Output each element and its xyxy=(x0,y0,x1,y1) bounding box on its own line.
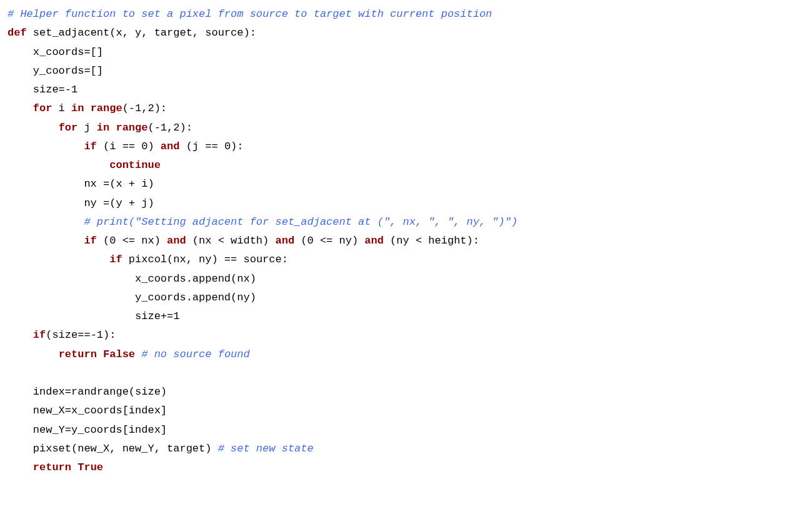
keyword-in: in xyxy=(71,102,84,114)
code-line: return True xyxy=(8,461,103,473)
code-line: if (0 <= nx) and (nx < width) and (0 <= … xyxy=(8,235,479,247)
code-line: for j in range(-1,2): xyxy=(8,122,192,134)
code-line: for i in range(-1,2): xyxy=(8,102,167,114)
code-line: index=randrange(size) xyxy=(8,386,167,398)
keyword-for: for xyxy=(33,102,52,114)
code-line: if pixcol(nx, ny) == source: xyxy=(8,254,288,265)
code-line: y_coords.append(ny) xyxy=(8,292,256,303)
code-line: # Helper function to set a pixel from so… xyxy=(8,8,492,20)
code-line xyxy=(8,367,14,379)
keyword-if: if xyxy=(84,235,96,247)
keyword-in: in xyxy=(97,122,109,134)
comment: # set new state xyxy=(218,443,314,455)
code-line: # print("Setting adjacent for set_adjace… xyxy=(8,216,518,228)
keyword-and: and xyxy=(275,235,294,247)
keyword-if: if xyxy=(109,254,122,265)
keyword-for: for xyxy=(59,122,78,134)
code-line: new_X=x_coords[index] xyxy=(8,405,167,416)
builtin-range: range xyxy=(116,122,148,134)
code-line: size+=1 xyxy=(8,310,179,322)
keyword-return: return xyxy=(59,348,97,360)
keyword-and: and xyxy=(364,235,384,247)
code-line: if (i == 0) and (j == 0): xyxy=(8,140,244,152)
code-line: ny =(y + j) xyxy=(8,197,154,209)
comment: # print("Setting adjacent for set_adjace… xyxy=(84,216,518,228)
code-line: y_coords=[] xyxy=(8,65,103,77)
builtin-range: range xyxy=(91,102,122,114)
code-line: nx =(x + i) xyxy=(8,178,154,190)
code-line: new_Y=y_coords[index] xyxy=(8,424,167,436)
keyword-continue: continue xyxy=(109,159,161,171)
keyword-def: def xyxy=(8,27,27,39)
keyword-if: if xyxy=(84,140,96,152)
const-true: True xyxy=(78,461,103,473)
comment: # Helper function to set a pixel from so… xyxy=(8,8,492,20)
keyword-return: return xyxy=(33,461,71,473)
code-line: x_coords.append(nx) xyxy=(8,273,256,285)
comment: # no source found xyxy=(141,348,249,360)
const-false: False xyxy=(103,348,135,360)
code-line: continue xyxy=(8,159,161,171)
keyword-and: and xyxy=(161,140,180,152)
code-line: pixset(new_X, new_Y, target) # set new s… xyxy=(8,443,314,455)
code-line: def set_adjacent(x, y, target, source): xyxy=(8,27,256,39)
keyword-and: and xyxy=(167,235,186,247)
code-line: x_coords=[] xyxy=(8,46,103,58)
code-block: # Helper function to set a pixel from so… xyxy=(0,0,810,532)
code-line: return False # no source found xyxy=(8,348,250,360)
code-line: size=-1 xyxy=(8,84,78,96)
keyword-if: if xyxy=(33,329,46,341)
code-line: if(size==-1): xyxy=(8,329,116,341)
